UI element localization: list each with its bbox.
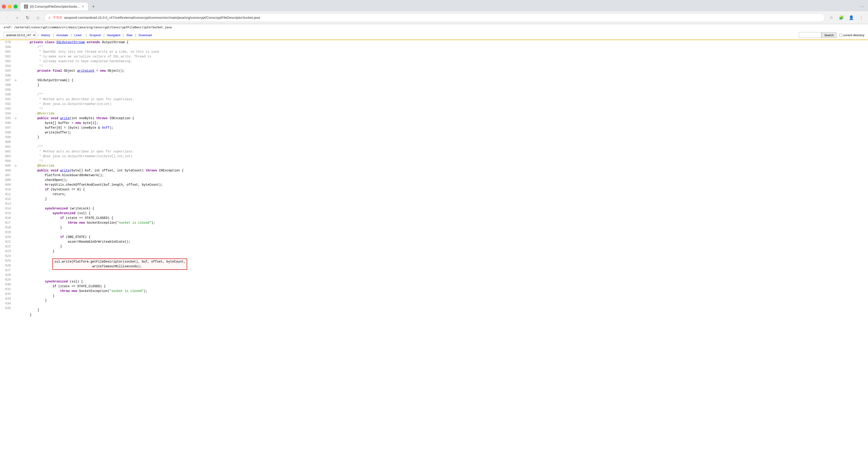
code-line-596: byte[] buffer = new byte[1]; <box>22 121 868 125</box>
highlight-block: ssl.write(Platform.getFileDescriptor(soc… <box>53 259 187 270</box>
line-num: 590 <box>3 92 11 97</box>
extensions-puzzle-icon[interactable]: 🧩 <box>837 13 845 22</box>
browser-chrome: {} {0} ConscryptFileDescriptorSocke... ✕… <box>0 0 868 24</box>
search-button[interactable]: Search <box>822 32 837 38</box>
sep7: | <box>122 33 125 37</box>
code-line-587: SSLOutputStream() { <box>22 78 868 83</box>
line-num: 599 <box>3 135 11 140</box>
code-line-581: * OpenSSL only lets one thread write at … <box>22 50 868 54</box>
code-line-623: } <box>22 249 868 254</box>
tab-favicon: {} <box>24 4 28 8</box>
sep8: | <box>134 33 137 37</box>
sep4 <box>84 33 85 37</box>
menu-dots-icon[interactable]: ⋮ <box>857 13 865 22</box>
code-line-613 <box>22 202 868 206</box>
new-tab-btn[interactable]: + <box>90 3 97 10</box>
window-controls[interactable]: ⋯ <box>858 3 866 10</box>
tab-bar: {} {0} ConscryptFileDescriptorSocke... ✕… <box>0 0 868 11</box>
line-num: 586 <box>3 73 11 78</box>
line-num: 615 <box>3 211 11 216</box>
line-num: 633 <box>3 297 11 301</box>
back-btn[interactable]: ‹ <box>3 13 11 22</box>
line-num: 612 <box>3 197 11 202</box>
line-link[interactable]: Line# <box>73 33 83 37</box>
tab-close-btn[interactable]: ✕ <box>82 5 84 8</box>
forward-btn[interactable]: › <box>13 13 21 22</box>
active-tab[interactable]: {} {0} ConscryptFileDescriptorSocke... ✕ <box>20 3 88 10</box>
code-line-612: } <box>22 197 868 202</box>
code-line-621: assertReadableOrWriteableState(); <box>22 240 868 244</box>
bookmark-star-icon[interactable]: ☆ <box>827 13 835 22</box>
code-line-607: Platform.blockGuardOnNetwork(); <box>22 173 868 178</box>
refresh-btn[interactable]: ↻ <box>24 13 32 22</box>
profile-icon[interactable]: 👤 <box>847 13 855 22</box>
history-link[interactable]: History <box>39 33 51 37</box>
code-line-609: ArrayUtils.checkOffsetAndCount(buf.lengt… <box>22 182 868 187</box>
write1-link[interactable]: write <box>60 117 70 120</box>
code-line-627 <box>22 275 868 279</box>
line-num: 592 <box>3 102 11 107</box>
line-num: 625 <box>3 259 11 263</box>
scopes-link[interactable]: Scopes# <box>88 33 102 37</box>
version-select[interactable]: android-10.0.0_r47 <box>4 32 36 38</box>
code-line-600 <box>22 140 868 145</box>
search-input[interactable] <box>799 32 822 38</box>
line-num: 594 <box>3 111 11 116</box>
code-line-605: @Override <box>22 163 868 168</box>
ssl-outputstream-link[interactable]: SSLOutputStream <box>56 40 85 44</box>
line-num: 611 <box>3 192 11 197</box>
current-dir-checkbox[interactable] <box>839 34 842 37</box>
address-bar[interactable]: ⚠ 不安全 aospxref.com/android-10.0.0_r47/xr… <box>44 13 825 22</box>
code-line-601: /** <box>22 145 868 149</box>
traffic-lights <box>2 4 18 8</box>
line-num: 621 <box>3 240 11 244</box>
line-num: 579 <box>3 40 11 45</box>
code-line-630: throw new SocketException("socket is clo… <box>22 289 868 294</box>
code-line-620: if (DBG_STATE) { <box>22 235 868 240</box>
home-btn[interactable]: ⌂ <box>34 13 42 22</box>
maximize-window-btn[interactable] <box>13 4 18 8</box>
code-line-595: public void write(int oneByte) throws IO… <box>22 116 868 121</box>
sep6: | <box>103 33 105 37</box>
fold-btn-587[interactable]: ⊟ <box>13 79 18 83</box>
code-line-583: * already expected to have completed han… <box>22 59 868 64</box>
code-line-602: * Method acts as described in spec for s… <box>22 149 868 154</box>
navigate-link[interactable]: Navigate# <box>106 33 122 37</box>
line-num: 618 <box>3 225 11 230</box>
write2-link[interactable]: write <box>60 169 70 172</box>
fold-btn-595[interactable]: ⊟ <box>13 117 18 121</box>
annotate-link[interactable]: Annotate <box>55 33 69 37</box>
download-link[interactable]: Download <box>137 33 153 37</box>
line-num: 607 <box>3 173 11 178</box>
code-line-634: } <box>22 308 868 312</box>
line-num: 580 <box>3 45 11 50</box>
code-line-610: if (byteCount == 0) { <box>22 187 868 192</box>
line-num: 614 <box>3 206 11 211</box>
code-line-618: } <box>22 225 868 230</box>
code-line-611: return; <box>22 192 868 197</box>
code-line-591: * Method acts as described in spec for s… <box>22 97 868 102</box>
line-num: 628 <box>3 273 11 277</box>
line-num: 600 <box>3 140 11 145</box>
sep3: | <box>70 33 72 37</box>
line-num: 587 <box>3 78 11 83</box>
line-num: 581 <box>3 50 11 54</box>
code-line-624 <box>22 254 868 259</box>
code-line-619 <box>22 230 868 235</box>
line-num: 620 <box>3 235 11 240</box>
line-num: 609 <box>3 182 11 187</box>
line-num: 605 <box>3 163 11 168</box>
fold-btn-605[interactable]: ⊟ <box>13 164 18 168</box>
line-num: 598 <box>3 130 11 135</box>
writelock-link[interactable]: writeLock <box>77 69 94 72</box>
code-line-582: * to make sure we serialize callers of S… <box>22 54 868 59</box>
code-line-628: synchronized (ssl) { <box>22 279 868 284</box>
line-num: 635 <box>3 306 11 311</box>
line-numbers: 579 580 581 582 583 584 585 586 587 588 … <box>0 40 13 317</box>
raw-link[interactable]: Raw <box>125 33 134 37</box>
close-window-btn[interactable] <box>2 4 6 8</box>
minimize-window-btn[interactable] <box>8 4 12 8</box>
code-line-629: if (state == STATE_CLOSED) { <box>22 284 868 289</box>
line-num: 593 <box>3 107 11 111</box>
line-num: 617 <box>3 220 11 225</box>
